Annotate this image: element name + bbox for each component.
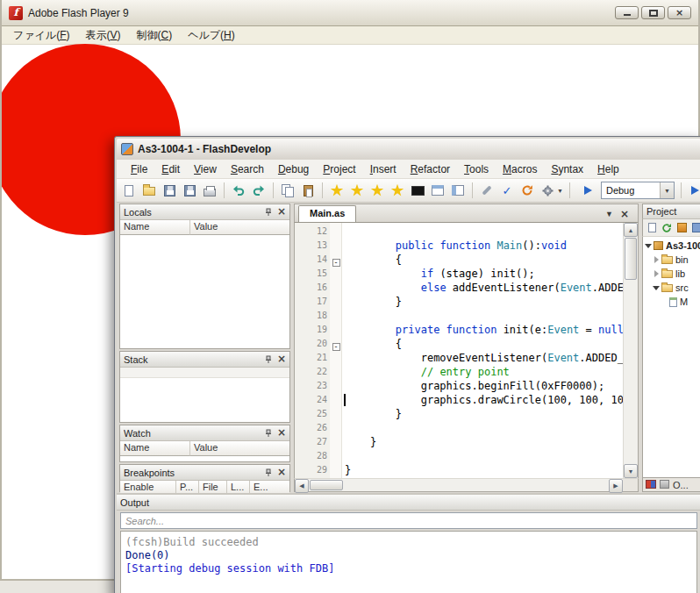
project-tree[interactable]: As3-100binlibsrcM <box>642 237 700 478</box>
code-line-23[interactable]: 23 graphics.beginFill(0xFF0000); <box>295 379 623 393</box>
toggle-fullscreen-icon[interactable] <box>410 182 425 198</box>
copy-icon[interactable] <box>280 182 296 198</box>
menu-project[interactable]: Project <box>316 161 362 178</box>
undo-icon[interactable] <box>231 182 246 198</box>
build-config-combobox[interactable]: Debug ▼ <box>601 182 675 199</box>
pin-icon[interactable] <box>264 354 274 364</box>
close-tab-icon[interactable]: × <box>620 210 629 218</box>
tab-list-dropdown-icon[interactable]: ▼ <box>605 210 613 218</box>
menu-insert[interactable]: Insert <box>363 161 404 178</box>
close-icon[interactable]: × <box>277 468 286 477</box>
column-header-name[interactable]: Name <box>120 220 190 235</box>
stack-panel-header[interactable]: Stack × <box>120 352 289 368</box>
menu-v[interactable]: 表示(V) <box>77 26 128 45</box>
gear-dropdown-caret-icon[interactable]: ▼ <box>557 188 563 194</box>
menu-tools[interactable]: Tools <box>457 161 496 178</box>
tree-item-bin[interactable]: bin <box>643 253 700 267</box>
stack-list[interactable] <box>120 368 289 422</box>
open-file-icon[interactable] <box>141 182 157 198</box>
code-line-15[interactable]: 15 if (stage) init(); <box>295 267 623 281</box>
hscroll-track[interactable] <box>344 479 609 491</box>
editor-hscrollbar[interactable]: ◀ ▶ <box>294 478 639 492</box>
code-line-25[interactable]: 25 } <box>295 407 623 421</box>
menu-search[interactable]: Search <box>224 161 271 178</box>
hscroll-thumb[interactable] <box>310 480 343 490</box>
menu-syntax[interactable]: Syntax <box>544 161 590 178</box>
run-play-icon[interactable] <box>688 182 700 198</box>
output-search-input[interactable] <box>120 512 697 529</box>
new-file-icon[interactable] <box>646 222 658 234</box>
close-icon[interactable]: × <box>277 354 286 364</box>
panel-layout-left-icon[interactable] <box>450 182 466 198</box>
bookmark-clear-star-icon[interactable] <box>389 182 405 198</box>
code-line-14[interactable]: 14- { <box>295 253 623 267</box>
flashdevelop-titlebar[interactable]: As3-1004-1 - FlashDevelop <box>117 139 700 160</box>
settings-gear-icon[interactable] <box>539 182 555 198</box>
code-line-17[interactable]: 17 } <box>295 295 623 309</box>
debug-play-icon[interactable] <box>581 182 596 198</box>
code-line-26[interactable]: 26 <box>295 421 623 435</box>
locals-panel-header[interactable]: Locals × <box>120 204 289 220</box>
tree-expander-icon[interactable] <box>653 284 661 292</box>
menu-file[interactable]: File <box>124 161 154 178</box>
fold-collapse-box[interactable]: - <box>332 259 340 267</box>
menu-debug[interactable]: Debug <box>271 161 316 178</box>
code-line-18[interactable]: 18 <box>295 309 623 323</box>
code-line-22[interactable]: 22 // entry point <box>295 365 623 379</box>
save-icon[interactable] <box>161 182 177 198</box>
bookmark-toggle-star-icon[interactable] <box>329 182 345 198</box>
tools-wrench-icon[interactable] <box>479 182 495 198</box>
collapse-all-icon[interactable] <box>675 222 688 234</box>
scroll-up-arrow[interactable]: ▲ <box>624 223 638 237</box>
rebuild-icon[interactable] <box>519 182 535 198</box>
redo-icon[interactable] <box>251 182 267 198</box>
refresh-icon[interactable] <box>661 222 673 234</box>
vscroll-track[interactable] <box>624 281 638 464</box>
close-icon[interactable]: × <box>277 207 286 217</box>
bookmark-previous-star-icon[interactable] <box>349 182 365 198</box>
menu-h[interactable]: ヘルプ(H) <box>180 26 243 45</box>
watch-panel-header[interactable]: Watch × <box>120 425 289 441</box>
pin-icon[interactable] <box>264 207 274 217</box>
paste-icon[interactable] <box>300 182 316 198</box>
scroll-left-arrow[interactable]: ◀ <box>295 479 309 493</box>
pin-icon[interactable] <box>264 468 274 477</box>
breakpoints-panel-header[interactable]: Breakpoints × <box>120 465 289 481</box>
code-line-24[interactable]: 24 graphics.drawCircle(100, 100, 10 <box>295 393 623 407</box>
panel-layout-top-icon[interactable] <box>430 182 446 198</box>
column-header-value[interactable]: Value <box>190 441 289 456</box>
maximize-button[interactable] <box>641 6 665 19</box>
code-line-27[interactable]: 27 } <box>295 435 623 449</box>
watch-list[interactable] <box>120 456 289 461</box>
misc-dock-tab-icon[interactable] <box>646 480 656 490</box>
code-line-13[interactable]: 13 public function Main():void <box>295 239 623 253</box>
scroll-down-arrow[interactable]: ▼ <box>624 464 638 478</box>
outline-dock-tab[interactable]: O... <box>673 480 689 490</box>
tree-expander-icon[interactable] <box>653 256 661 264</box>
column-header-name[interactable]: Name <box>120 441 190 456</box>
print-icon[interactable] <box>202 182 218 198</box>
bookmark-next-star-icon[interactable] <box>369 182 385 198</box>
save-all-icon[interactable] <box>182 182 197 198</box>
code-area[interactable]: 1213 public function Main():void14- {15 … <box>295 223 623 478</box>
output-panel-header[interactable]: Output <box>117 495 700 511</box>
menu-refactor[interactable]: Refactor <box>404 161 457 178</box>
menu-macros[interactable]: Macros <box>496 161 544 178</box>
pin-icon[interactable] <box>264 428 274 438</box>
editor-vscrollbar[interactable]: ▲ ▼ <box>623 223 638 478</box>
code-line-21[interactable]: 21 removeEventListener(Event.ADDED_ <box>295 351 623 365</box>
code-line-19[interactable]: 19 private function init(e:Event = null <box>295 323 623 337</box>
tree-expander-icon[interactable] <box>653 270 661 278</box>
menu-help[interactable]: Help <box>590 161 626 178</box>
fold-collapse-box[interactable]: - <box>332 343 340 351</box>
tree-expander-icon[interactable] <box>645 242 653 250</box>
menu-f[interactable]: ファイル(F) <box>5 26 77 45</box>
code-line-29[interactable]: 29} <box>295 463 623 477</box>
project-panel-header[interactable]: Project <box>642 204 700 219</box>
locals-list[interactable] <box>120 235 289 348</box>
new-document-icon[interactable] <box>121 182 137 198</box>
output-lines[interactable]: (fcsh)Build succeededDone(0)[Starting de… <box>120 531 697 593</box>
code-line-16[interactable]: 16 else addEventListener(Event.ADDE <box>295 281 623 295</box>
close-button[interactable]: × <box>668 6 691 19</box>
flash-player-titlebar[interactable]: f Adobe Flash Player 9 × <box>2 0 698 26</box>
